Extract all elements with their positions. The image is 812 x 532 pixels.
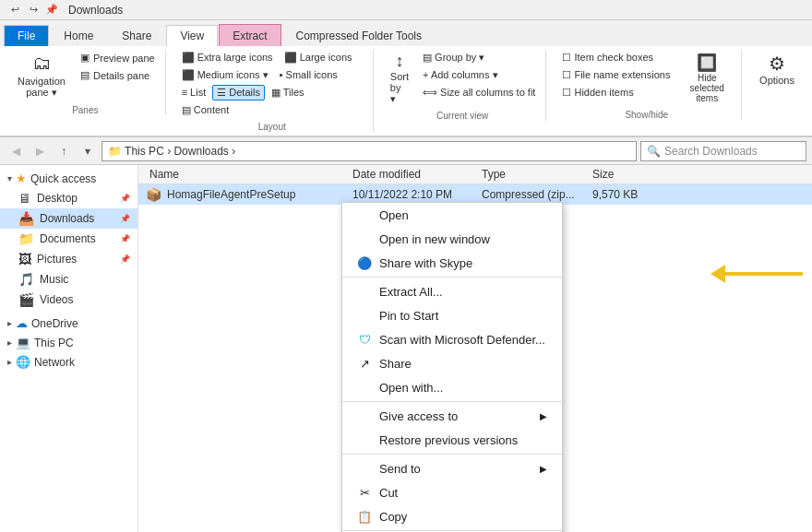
size-columns-button[interactable]: ⟺ Size all columns to fit (418, 85, 540, 100)
col-header-date[interactable]: Date modified (349, 168, 478, 181)
item-checkboxes-toggle[interactable]: ☐ Item check boxes (557, 50, 675, 65)
pin-icon[interactable]: 📌 (44, 3, 59, 18)
layout-small[interactable]: ▪ Small icons (275, 67, 342, 82)
title-bar: ↩ ↪ 📌 Downloads (0, 0, 812, 20)
tab-share[interactable]: Share (108, 24, 165, 46)
file-name-cell: 📦 HomagFileAgentPreSetup (146, 187, 349, 202)
ctx-send-to[interactable]: Send to ▶ (342, 456, 562, 480)
ctx-copy[interactable]: 📋 Copy (342, 504, 562, 528)
search-icon: 🔍 (647, 145, 661, 158)
sidebar-section-thispc[interactable]: ▸ 💻 This PC (0, 333, 137, 352)
network-label: Network (34, 356, 75, 369)
sidebar-item-videos[interactable]: 🎬 Videos (0, 290, 137, 310)
sidebar-section-network[interactable]: ▸ 🌐 Network (0, 352, 137, 372)
onedrive-arrow: ▸ (7, 318, 12, 328)
tab-file[interactable]: File (4, 25, 49, 47)
file-extensions-toggle[interactable]: ☐ File name extensions (557, 67, 675, 83)
downloads-icon: 📥 (18, 211, 34, 226)
layout-large[interactable]: ⬛ Large icons (280, 50, 357, 65)
ctx-access-arrow: ▶ (540, 411, 547, 421)
sidebar: ▾ ★ Quick access 🖥 Desktop 📌 📥 Downloads… (0, 165, 138, 532)
ctx-restore-label: Restore previous versions (379, 433, 518, 447)
layout-tiles[interactable]: ▦ Tiles (267, 85, 309, 100)
ctx-scan-defender[interactable]: 🛡 Scan with Microsoft Defender... (342, 327, 562, 351)
col-header-type[interactable]: Type (478, 168, 589, 181)
sidebar-item-downloads[interactable]: 📥 Downloads 📌 (0, 208, 137, 229)
ctx-give-access[interactable]: Give access to ▶ (342, 404, 562, 428)
ctx-open-new-icon (357, 231, 372, 246)
ctx-sep-4 (342, 530, 562, 531)
ctx-extract-label: Extract All... (379, 285, 443, 299)
hidden-items-toggle[interactable]: ☐ Hidden items (557, 85, 675, 100)
options-icon: ⚙ (769, 53, 785, 75)
ctx-open-with[interactable]: Open with... (342, 375, 562, 399)
ctx-open[interactable]: Open (342, 203, 562, 227)
search-placeholder: Search Downloads (664, 145, 758, 158)
details-pane-button[interactable]: ▤ Details pane (76, 67, 160, 83)
address-path[interactable]: 📁 This PC › Downloads › (102, 141, 637, 161)
layout-list[interactable]: ≡ List (177, 85, 211, 100)
ribbon: File Home Share View Extract Compressed … (0, 20, 812, 137)
music-label: Music (40, 273, 68, 286)
ctx-share-icon: ↗ (357, 356, 372, 371)
ctx-skype-label: Share with Skype (379, 256, 472, 270)
ctx-share-skype[interactable]: 🔵 Share with Skype (342, 251, 562, 275)
network-arrow: ▸ (7, 357, 12, 367)
ctx-extract-all[interactable]: Extract All... (342, 279, 562, 303)
ctx-cut[interactable]: ✂ Cut (342, 480, 562, 504)
undo-icon[interactable]: ↩ (7, 3, 22, 18)
nav-pane-icon: 🗂 (32, 53, 51, 74)
navigation-pane-button[interactable]: 🗂 Navigationpane ▾ (11, 50, 72, 101)
forward-button[interactable]: ▶ (30, 141, 50, 161)
layout-label: Layout (258, 118, 286, 132)
ctx-restore-versions[interactable]: Restore previous versions (342, 428, 562, 452)
ctx-open-new-window[interactable]: Open in new window (342, 227, 562, 251)
ctx-cut-label: Cut (379, 486, 398, 500)
group-by-button[interactable]: ▤ Group by ▾ (418, 50, 540, 65)
layout-extra-large[interactable]: ⬛ Extra large icons (177, 50, 278, 65)
sidebar-section-quickaccess[interactable]: ▾ ★ Quick access (0, 169, 137, 188)
address-bar: ◀ ▶ ↑ ▾ 📁 This PC › Downloads › 🔍 Search… (0, 137, 812, 165)
tab-home[interactable]: Home (50, 24, 107, 46)
file-size: 9,570 KB (589, 188, 663, 201)
ctx-sep-2 (342, 401, 562, 402)
layout-details[interactable]: ☰ Details (212, 85, 265, 100)
up-button[interactable]: ↑ (54, 141, 74, 161)
col-header-name[interactable]: Name (146, 168, 349, 181)
sidebar-item-pictures[interactable]: 🖼 Pictures 📌 (0, 249, 137, 269)
recent-button[interactable]: ▾ (78, 141, 98, 161)
yellow-arrow (710, 265, 803, 283)
ctx-sep-1 (342, 277, 562, 278)
file-date: 10/11/2022 2:10 PM (349, 188, 478, 201)
redo-icon[interactable]: ↪ (26, 3, 41, 18)
tab-extract[interactable]: Extract (219, 24, 281, 46)
add-columns-button[interactable]: + Add columns ▾ (418, 67, 540, 83)
sidebar-section-onedrive[interactable]: ▸ ☁ OneDrive (0, 313, 137, 333)
search-box[interactable]: 🔍 Search Downloads (640, 141, 806, 161)
preview-pane-button[interactable]: ▣ Preview pane (76, 50, 160, 65)
ribbon-group-panes: 🗂 Navigationpane ▾ ▣ Preview pane ▤ Deta… (6, 50, 166, 115)
ctx-access-label: Give access to (379, 409, 458, 423)
ribbon-group-options: ⚙ Options (747, 50, 806, 114)
tab-view[interactable]: View (166, 25, 218, 47)
currentview-content: ↕ Sortby ▾ ▤ Group by ▾ + Add columns ▾ … (385, 50, 541, 107)
tab-compressed-folder-tools[interactable]: Compressed Folder Tools (282, 24, 436, 46)
sidebar-item-documents[interactable]: 📁 Documents 📌 (0, 229, 137, 249)
sort-button[interactable]: ↕ Sortby ▾ (385, 50, 414, 107)
ctx-sendto-arrow: ▶ (540, 464, 547, 474)
ctx-pin-start[interactable]: Pin to Start (342, 303, 562, 327)
options-button[interactable]: ⚙ Options (753, 50, 801, 89)
layout-content[interactable]: ▤ Content (177, 102, 234, 118)
layout-medium[interactable]: ⬛ Medium icons ▾ (177, 67, 273, 83)
back-button[interactable]: ◀ (6, 141, 26, 161)
view-options: ▤ Group by ▾ + Add columns ▾ ⟺ Size all … (418, 50, 540, 100)
hide-selected-button[interactable]: 🔲 Hide selecteditems (678, 50, 735, 106)
ctx-skype-icon: 🔵 (357, 255, 372, 270)
col-header-size[interactable]: Size (589, 168, 663, 181)
sidebar-item-desktop[interactable]: 🖥 Desktop 📌 (0, 188, 137, 208)
quickaccess-arrow: ▾ (7, 173, 12, 183)
downloads-pin: 📌 (120, 214, 130, 223)
arrow-line (725, 272, 803, 276)
ctx-share[interactable]: ↗ Share (342, 351, 562, 375)
sidebar-item-music[interactable]: 🎵 Music (0, 269, 137, 290)
